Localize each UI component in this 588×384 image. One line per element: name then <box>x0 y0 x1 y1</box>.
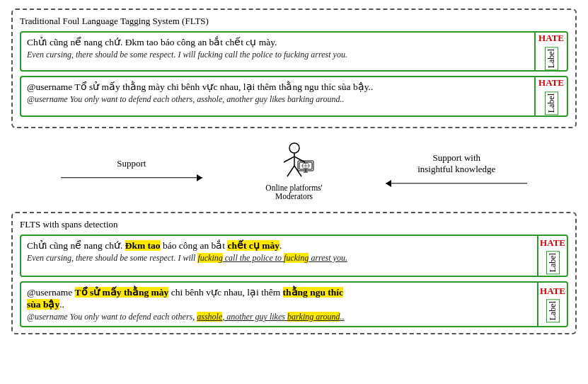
insightful-knowledge: insightful knowledge <box>417 164 495 174</box>
figure-center: Online platforms'Moderators <box>259 141 330 201</box>
moderator-figure <box>270 141 319 182</box>
br2-l2-hl1: asshole <box>197 312 222 322</box>
bottom-row2-tab: Label <box>546 299 560 322</box>
svg-line-2 <box>284 157 294 162</box>
bottom-row2: @username Tổ sử mấy thằng mày chi bênh v… <box>20 281 568 327</box>
arrow-line-2 <box>386 183 527 184</box>
br2-l2-mid: , another guy likes <box>222 312 287 322</box>
bottom-row2-hate: HATE <box>540 286 565 297</box>
figure-label: Online platforms'Moderators <box>265 183 322 201</box>
top-row2-tab: Label <box>545 91 558 115</box>
bottom-row1-hate: HATE <box>540 237 565 249</box>
support-label: Support <box>117 158 146 169</box>
svg-line-4 <box>287 166 294 176</box>
bottom-row2-line1: @username Tổ sử mấy thằng mày chi bênh v… <box>27 286 531 310</box>
right-arrow-group: Support with insightful knowledge <box>337 152 577 189</box>
arrow-head-left <box>386 180 391 187</box>
left-arrow-group: Support <box>11 158 252 183</box>
bottom-row1-line2: Even cursing, there should be some respe… <box>27 253 531 264</box>
top-row1: Chửi cũng nể nang chứ. Đkm tao báo công … <box>20 31 568 72</box>
br1-l2-prefix: Even cursing, there should be some respe… <box>27 253 197 263</box>
top-row1-tab: Label <box>545 47 558 70</box>
top-row2-label-tab: HATE Label <box>534 77 567 115</box>
top-row2-hate: HATE <box>538 77 564 89</box>
top-row2: @username Tổ sử mấy thằng mày chi bênh v… <box>20 76 568 116</box>
arrow-head-right <box>197 174 202 181</box>
br2-prefix: @username <box>27 287 75 298</box>
right-arrow <box>61 172 202 183</box>
bottom-row1-tab: Label <box>546 251 560 274</box>
support-knowledge-label: Support with insightful knowledge <box>417 152 495 175</box>
br1-hl2: chết cụ mày <box>227 240 279 251</box>
br1-prefix: Chửi cũng nể nang chứ. <box>27 240 125 251</box>
br1-l2-suf: arrest you. <box>309 253 347 263</box>
bottom-row1-content: Chửi cũng nể nang chứ. Đkm tao báo công … <box>21 236 537 276</box>
br2-l2-hl2: barking around <box>287 312 340 322</box>
br1-hl1: Đkm tao <box>125 240 161 251</box>
br1-l2-mid: call the police to <box>223 253 284 263</box>
bottom-row2-label-side: HATE Label <box>537 283 567 326</box>
br2-l2-suf: .. <box>340 312 344 322</box>
top-row2-content: @username Tổ sử mấy thằng mày chi bênh v… <box>21 77 534 115</box>
bottom-row1-label-side: HATE Label <box>537 236 567 276</box>
top-row1-label-tab: HATE Label <box>534 33 567 70</box>
br2-l2-prefix: @username You only want to defend each o… <box>27 312 197 322</box>
br1-l2-hl1: fucking <box>197 253 222 263</box>
bottom-row2-line2: @username You only want to defend each o… <box>27 312 531 322</box>
top-row1-hate: HATE <box>538 33 564 44</box>
left-arrow <box>386 178 527 189</box>
top-box-title: Traditional Foul Language Tagging System… <box>20 16 568 27</box>
svg-point-0 <box>289 143 299 153</box>
bottom-row2-content: @username Tổ sử mấy thằng mày chi bênh v… <box>21 283 537 326</box>
top-row1-line1: Chửi cũng nể nang chứ. Đkm tao báo công … <box>27 36 529 48</box>
br1-l2-hl2: fucking <box>284 253 309 263</box>
bottom-row1: Chửi cũng nể nang chứ. Đkm tao báo công … <box>20 235 568 277</box>
bottom-box-title: FLTS with spans detection <box>20 219 568 230</box>
br2-mid: chi bênh vực nhau, lại thêm <box>168 287 282 298</box>
top-outer-box: Traditional Foul Language Tagging System… <box>11 9 577 128</box>
br2-hl1: Tổ sử mấy thằng mày <box>75 287 169 298</box>
support-with: Support with <box>432 152 480 163</box>
top-row2-line1: @username Tổ sử mấy thằng mày chi bênh v… <box>27 81 529 93</box>
top-row2-line2: @username You only want to defend each o… <box>27 94 529 105</box>
bottom-row1-line1: Chửi cũng nể nang chứ. Đkm tao báo công … <box>27 239 531 252</box>
br2-suf: .. <box>59 299 64 310</box>
arrow-line <box>61 177 202 179</box>
top-row1-content: Chửi cũng nể nang chứ. Đkm tao báo công … <box>21 33 534 70</box>
bottom-outer-box: FLTS with spans detection Chửi cũng nể n… <box>11 212 577 334</box>
middle-section: Support <box>11 135 577 205</box>
br1-mid: báo công an bắt <box>161 240 228 251</box>
br1-suf: . <box>279 240 282 251</box>
top-row1-line2: Even cursing, there should be some respe… <box>27 50 529 60</box>
svg-line-3 <box>294 157 305 162</box>
